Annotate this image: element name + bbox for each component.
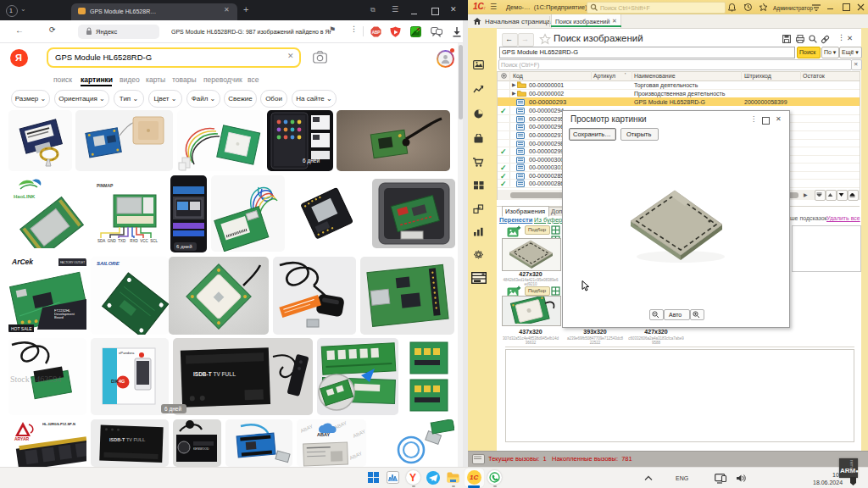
svg-text:ABP: ABP <box>372 30 381 35</box>
